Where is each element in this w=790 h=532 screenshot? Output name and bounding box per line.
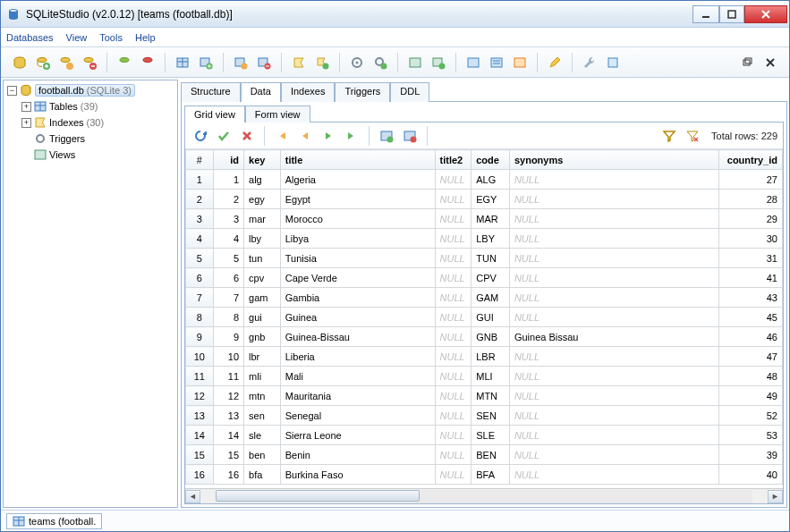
view-add-icon[interactable] — [429, 53, 448, 72]
triggers-node[interactable]: Triggers — [49, 133, 85, 144]
commit-icon[interactable] — [214, 126, 234, 146]
cell[interactable]: lby — [244, 229, 281, 249]
table-row[interactable]: 1313senSenegalNULLSENNULL52 — [186, 406, 783, 426]
cell[interactable]: mar — [244, 209, 281, 229]
cell[interactable]: 46 — [718, 327, 782, 347]
cell[interactable]: Burkina Faso — [280, 465, 435, 485]
cell[interactable]: 49 — [718, 386, 782, 406]
row-header[interactable]: 5 — [186, 249, 214, 268]
first-page-icon[interactable] — [272, 126, 292, 146]
cell[interactable]: NULL — [509, 209, 718, 229]
cell[interactable]: 41 — [718, 268, 782, 288]
cell[interactable]: ALG — [471, 170, 510, 190]
cell[interactable]: lbr — [244, 347, 281, 367]
cell[interactable]: sle — [244, 426, 281, 445]
cell[interactable]: TUN — [471, 249, 510, 268]
scroll-right-icon[interactable]: ► — [768, 490, 783, 503]
restore-window-icon[interactable] — [737, 53, 757, 72]
cell[interactable]: 29 — [718, 209, 782, 229]
cell[interactable]: 9 — [213, 327, 244, 347]
cell[interactable]: NULL — [509, 386, 718, 406]
cell[interactable]: NULL — [509, 347, 718, 367]
db-connect-icon[interactable] — [10, 53, 30, 72]
cell[interactable]: 5 — [213, 249, 244, 268]
cell[interactable]: Morocco — [280, 209, 435, 229]
row-header[interactable]: 10 — [186, 347, 214, 367]
index-icon[interactable] — [289, 53, 309, 72]
col-code[interactable]: code — [471, 150, 510, 170]
tab-data[interactable]: Data — [241, 82, 281, 102]
title-bar[interactable]: SQLiteStudio (v2.0.12) [teams (football.… — [1, 1, 789, 28]
cell[interactable]: NULL — [435, 209, 471, 229]
cell[interactable]: GNB — [471, 327, 510, 347]
cell[interactable]: NULL — [435, 445, 471, 465]
sql-history-icon[interactable] — [487, 53, 506, 72]
cell[interactable]: LBY — [471, 229, 510, 249]
cell[interactable]: 47 — [718, 347, 782, 367]
cell[interactable]: Sierra Leone — [280, 426, 435, 445]
cell[interactable]: 53 — [718, 426, 782, 445]
table-row[interactable]: 11algAlgeriaNULLALGNULL27 — [186, 170, 783, 190]
table-row[interactable]: 22egyEgyptNULLEGYNULL28 — [186, 190, 783, 209]
prev-page-icon[interactable] — [295, 126, 315, 146]
cell[interactable]: 8 — [213, 308, 244, 327]
table-row[interactable]: 55tunTunisiaNULLTUNNULL31 — [186, 249, 783, 268]
database-tree[interactable]: − football.db (SQLite 3) + Tables (39) +… — [3, 80, 178, 508]
cell[interactable]: NULL — [435, 190, 471, 209]
cell[interactable]: 1 — [213, 170, 244, 190]
cell[interactable]: NULL — [435, 347, 471, 367]
cell[interactable]: 16 — [213, 465, 244, 485]
tab-structure[interactable]: Structure — [181, 82, 241, 102]
cell[interactable]: Gambia — [280, 288, 435, 308]
cell[interactable]: NULL — [509, 288, 718, 308]
row-header[interactable]: 15 — [186, 445, 214, 465]
cell[interactable]: EGY — [471, 190, 510, 209]
row-header[interactable]: 2 — [186, 190, 214, 209]
cell[interactable]: Guinea — [280, 308, 435, 327]
db-export-icon[interactable] — [115, 53, 134, 72]
cell[interactable]: Egypt — [280, 190, 435, 209]
cell[interactable]: NULL — [509, 406, 718, 426]
close-tab-icon[interactable] — [760, 53, 780, 72]
db-node[interactable]: football.db (SQLite 3) — [35, 84, 135, 97]
cell[interactable]: NULL — [509, 229, 718, 249]
data-grid[interactable]: # id key title title2 code synonyms coun… — [185, 149, 783, 488]
settings-icon[interactable] — [603, 53, 623, 72]
cell[interactable]: 43 — [718, 288, 782, 308]
cell[interactable]: NULL — [509, 170, 718, 190]
index-add-icon[interactable] — [312, 53, 332, 72]
cell[interactable]: NULL — [435, 288, 471, 308]
cell[interactable]: gnb — [244, 327, 281, 347]
trigger-add-icon[interactable] — [370, 53, 390, 72]
cell[interactable]: mli — [244, 367, 281, 386]
status-item[interactable]: teams (football. — [6, 513, 102, 529]
col-title[interactable]: title — [280, 150, 435, 170]
cell[interactable]: MAR — [471, 209, 510, 229]
db-add-icon[interactable] — [33, 53, 53, 72]
cell[interactable]: NULL — [435, 308, 471, 327]
cell[interactable]: NULL — [509, 249, 718, 268]
cell[interactable]: 14 — [213, 426, 244, 445]
cell[interactable]: 4 — [213, 229, 244, 249]
cell[interactable]: NULL — [509, 308, 718, 327]
filter-clear-icon[interactable] — [683, 126, 702, 146]
cell[interactable]: SLE — [471, 426, 510, 445]
row-header[interactable]: 14 — [186, 426, 214, 445]
cell[interactable]: NULL — [435, 170, 471, 190]
delete-row-icon[interactable] — [400, 126, 420, 146]
cell[interactable]: NULL — [509, 445, 718, 465]
cell[interactable]: 3 — [213, 209, 244, 229]
col-country-id[interactable]: country_id — [718, 150, 782, 170]
wrench-icon[interactable] — [580, 53, 599, 72]
indexes-node[interactable]: Indexes (30) — [49, 117, 104, 128]
cell[interactable]: 31 — [718, 249, 782, 268]
cell[interactable]: NULL — [435, 249, 471, 268]
cell[interactable]: 6 — [213, 268, 244, 288]
db-convert-icon[interactable] — [138, 53, 157, 72]
cell[interactable]: bfa — [244, 465, 281, 485]
last-page-icon[interactable] — [342, 126, 361, 146]
cell[interactable]: 15 — [213, 445, 244, 465]
edit-icon[interactable] — [545, 53, 565, 72]
cell[interactable]: MTN — [471, 386, 510, 406]
table-row[interactable]: 1212mtnMauritaniaNULLMTNNULL49 — [186, 386, 783, 406]
